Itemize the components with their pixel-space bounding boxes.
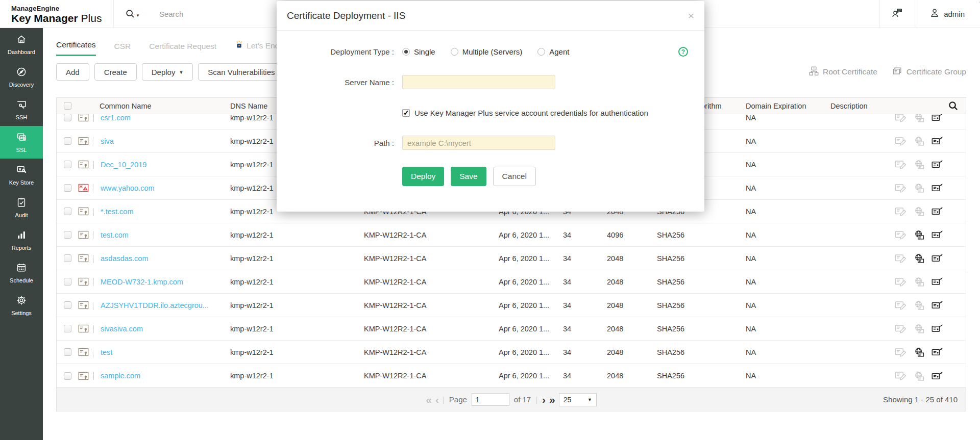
deploy-certificate-icon[interactable] bbox=[913, 300, 925, 310]
sidebar-item-key-store[interactable]: Key Store bbox=[0, 159, 43, 191]
select-all-checkbox[interactable] bbox=[64, 102, 71, 110]
row-checkbox[interactable] bbox=[64, 325, 71, 332]
common-name-link[interactable]: sivasiva.com bbox=[92, 325, 220, 333]
last-page-button[interactable]: » bbox=[549, 394, 554, 405]
deploy-certificate-icon[interactable] bbox=[913, 183, 925, 193]
common-name-link[interactable]: siva bbox=[92, 137, 220, 145]
feedback-button[interactable] bbox=[879, 0, 915, 28]
renew-certificate-icon[interactable] bbox=[932, 230, 943, 240]
renew-certificate-icon[interactable] bbox=[932, 206, 943, 216]
deploy-button[interactable]: Deploy▼ bbox=[142, 63, 193, 81]
renew-certificate-icon[interactable] bbox=[932, 114, 943, 122]
sidebar-item-ssl[interactable]: SSL bbox=[0, 126, 43, 159]
common-name-link[interactable]: csr1.com bbox=[92, 114, 220, 122]
deploy-certificate-icon[interactable] bbox=[913, 347, 925, 357]
service-account-checkbox[interactable] bbox=[402, 109, 410, 117]
edit-certificate-icon[interactable] bbox=[895, 371, 906, 380]
renew-certificate-icon[interactable] bbox=[932, 347, 943, 357]
certificate-group-button[interactable]: Certificate Group bbox=[893, 67, 966, 77]
edit-certificate-icon[interactable] bbox=[895, 230, 906, 240]
sidebar-item-schedule[interactable]: Schedule bbox=[0, 256, 43, 289]
sidebar-item-reports[interactable]: Reports bbox=[0, 224, 43, 256]
common-name-link[interactable]: AZJSYHV1TDDR.ilo.aztecgrou... bbox=[92, 301, 220, 309]
scan-vulnerabilities-button[interactable]: Scan Vulnerabilities bbox=[198, 63, 284, 81]
page-number-input[interactable] bbox=[472, 393, 509, 406]
renew-certificate-icon[interactable] bbox=[932, 183, 943, 193]
cancel-button[interactable]: Cancel bbox=[493, 167, 536, 186]
renew-certificate-icon[interactable] bbox=[932, 324, 943, 333]
deployment-type-radio-agent[interactable]: Agent bbox=[537, 47, 569, 56]
sidebar-item-discovery[interactable]: Discovery bbox=[0, 61, 43, 93]
deploy-button[interactable]: Deploy bbox=[402, 167, 444, 186]
edit-certificate-icon[interactable] bbox=[895, 137, 906, 146]
row-checkbox[interactable] bbox=[64, 184, 71, 192]
header-description[interactable]: Description bbox=[820, 102, 890, 110]
edit-certificate-icon[interactable] bbox=[895, 254, 906, 263]
row-checkbox[interactable] bbox=[64, 254, 71, 262]
row-checkbox[interactable] bbox=[64, 114, 71, 121]
deploy-certificate-icon[interactable] bbox=[913, 206, 925, 216]
close-icon[interactable]: × bbox=[688, 10, 694, 21]
path-input[interactable] bbox=[402, 136, 555, 150]
common-name-link[interactable]: Dec_10_2019 bbox=[92, 161, 220, 169]
deploy-certificate-icon[interactable] bbox=[913, 136, 925, 146]
first-page-button[interactable]: « bbox=[426, 394, 431, 405]
sidebar-item-settings[interactable]: Settings bbox=[0, 289, 43, 322]
sidebar-item-dashboard[interactable]: Dashboard bbox=[0, 28, 43, 61]
common-name-link[interactable]: www.yahoo.com bbox=[92, 184, 220, 192]
user-menu[interactable]: admin bbox=[915, 0, 980, 28]
deploy-certificate-icon[interactable] bbox=[913, 277, 925, 287]
edit-certificate-icon[interactable] bbox=[895, 207, 906, 216]
deployment-type-radio-single[interactable]: Single bbox=[402, 47, 435, 56]
row-checkbox[interactable] bbox=[64, 208, 71, 215]
common-name-link[interactable]: test.com bbox=[92, 231, 220, 239]
deployment-type-radio-multiple-servers-[interactable]: Multiple (Servers) bbox=[451, 47, 523, 56]
add-button[interactable]: Add bbox=[56, 63, 89, 81]
row-checkbox[interactable] bbox=[64, 231, 71, 239]
table-search-icon[interactable] bbox=[948, 100, 959, 113]
root-certificate-button[interactable]: Root Certificate bbox=[809, 66, 877, 78]
renew-certificate-icon[interactable] bbox=[932, 300, 943, 310]
rows-per-page-select[interactable]: 25 ▼ bbox=[559, 393, 597, 406]
edit-certificate-icon[interactable] bbox=[895, 114, 906, 122]
server-name-input[interactable] bbox=[402, 75, 555, 89]
row-checkbox[interactable] bbox=[64, 137, 71, 145]
edit-certificate-icon[interactable] bbox=[895, 301, 906, 310]
common-name-link[interactable]: sample.com bbox=[92, 372, 220, 380]
edit-certificate-icon[interactable] bbox=[895, 160, 906, 169]
row-checkbox[interactable] bbox=[64, 301, 71, 309]
deploy-certificate-icon[interactable] bbox=[913, 160, 925, 169]
tab-csr[interactable]: CSR bbox=[114, 42, 131, 56]
row-checkbox[interactable] bbox=[64, 161, 71, 168]
renew-certificate-icon[interactable] bbox=[932, 160, 943, 169]
help-icon[interactable]: ? bbox=[678, 47, 688, 57]
edit-certificate-icon[interactable] bbox=[895, 277, 906, 287]
next-page-button[interactable]: › bbox=[542, 394, 545, 405]
renew-certificate-icon[interactable] bbox=[932, 136, 943, 146]
common-name-link[interactable]: *.test.com bbox=[92, 208, 220, 216]
renew-certificate-icon[interactable] bbox=[932, 371, 943, 381]
search-icon[interactable]: ▼ bbox=[125, 9, 140, 19]
common-name-link[interactable]: MEOD-W732-1.kmp.com bbox=[92, 278, 220, 286]
deploy-certificate-icon[interactable] bbox=[913, 371, 925, 381]
common-name-link[interactable]: test bbox=[92, 348, 220, 356]
tab-certificate-request[interactable]: Certificate Request bbox=[149, 42, 216, 56]
create-button[interactable]: Create bbox=[94, 63, 137, 81]
edit-certificate-icon[interactable] bbox=[895, 184, 906, 193]
renew-certificate-icon[interactable] bbox=[932, 253, 943, 263]
sidebar-item-ssh[interactable]: SSH bbox=[0, 93, 43, 126]
prev-page-button[interactable]: ‹ bbox=[435, 394, 438, 405]
row-checkbox[interactable] bbox=[64, 348, 71, 356]
deploy-certificate-icon[interactable] bbox=[913, 324, 925, 333]
row-checkbox[interactable] bbox=[64, 278, 71, 286]
deploy-certificate-icon[interactable] bbox=[913, 114, 925, 122]
header-common-name[interactable]: Common Name bbox=[92, 102, 220, 110]
edit-certificate-icon[interactable] bbox=[895, 348, 906, 357]
deploy-certificate-icon[interactable] bbox=[913, 230, 925, 240]
common-name-link[interactable]: asdasdas.com bbox=[92, 254, 220, 263]
header-domain-expiration[interactable]: Domain Expiration bbox=[736, 102, 820, 110]
edit-certificate-icon[interactable] bbox=[895, 324, 906, 333]
renew-certificate-icon[interactable] bbox=[932, 277, 943, 287]
sidebar-item-audit[interactable]: Audit bbox=[0, 191, 43, 224]
tab-certificates[interactable]: Certificates bbox=[56, 40, 96, 56]
